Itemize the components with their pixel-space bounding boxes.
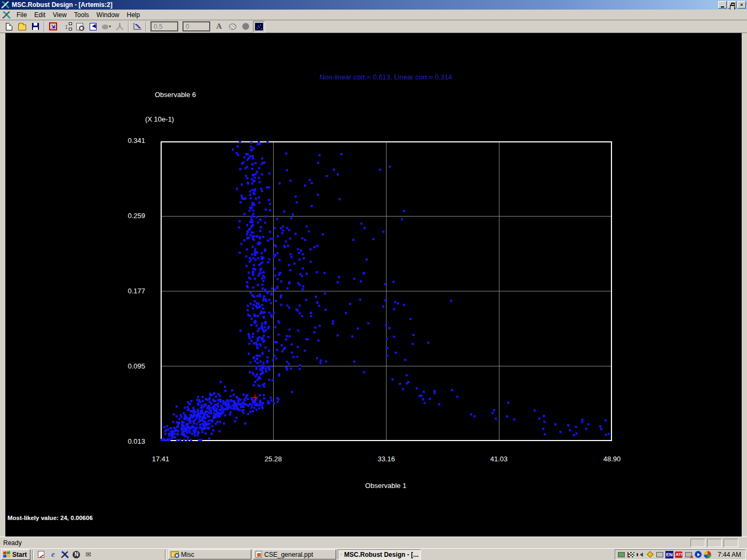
menu-edit[interactable]: Edit [30, 10, 49, 20]
flag-icon [627, 552, 634, 557]
x-axis-title: Observable 1 [5, 482, 747, 490]
save-button[interactable] [29, 21, 42, 33]
threshold-field-1[interactable] [150, 21, 178, 31]
tray-checkered-flag-icon[interactable] [627, 550, 635, 558]
close-icon: × [740, 3, 743, 7]
axes-tripod-icon: 人 [116, 22, 124, 31]
title-bar[interactable]: MSC.Robust Design - [Artemis:2] × [0, 0, 747, 10]
x-tick-label: 41.03 [480, 455, 518, 463]
probe-pick-icon [90, 23, 97, 30]
status-panel [707, 539, 722, 547]
tray-language-indicator[interactable]: EN [665, 550, 673, 558]
restore-icon [731, 3, 735, 6]
diamond-icon [647, 551, 654, 558]
save-icon [32, 23, 39, 30]
window-title: MSC.Robust Design - [Artemis:2] [12, 1, 113, 9]
pick-button[interactable] [87, 21, 99, 33]
y-tick-label: 0.341 [108, 137, 145, 145]
tray-graphics-utility-icon[interactable] [617, 550, 625, 558]
n-circle-icon: N [73, 551, 80, 558]
ie-e-icon: e [51, 550, 55, 559]
menu-view[interactable]: View [49, 10, 70, 20]
y-tick-label: 0.177 [108, 287, 145, 295]
task-button-ppt[interactable]: CSE_general.ppt [253, 549, 336, 559]
scatter-plot-canvas[interactable] [161, 141, 612, 441]
line-chart-icon [133, 23, 141, 30]
y-axis-scale: (X 10e-1) [145, 115, 174, 123]
threshold-field-2[interactable] [182, 21, 210, 31]
hatch-tool-button[interactable] [226, 21, 239, 33]
x-tick-label: 48.90 [593, 455, 631, 463]
app-window: MSC.Robust Design - [Artemis:2] × File E… [0, 0, 747, 560]
tray-volume-icon[interactable] [637, 550, 645, 558]
notepad-pen-icon [38, 551, 44, 558]
tray-security-icon[interactable] [646, 550, 654, 558]
menu-tools[interactable]: Tools [70, 10, 93, 20]
card-icon [618, 552, 625, 557]
msc-x-icon [61, 551, 69, 558]
clock[interactable]: 7:44 AM [713, 551, 741, 558]
tray-media-player-icon[interactable] [694, 550, 702, 558]
quicklaunch-netscape-icon[interactable]: N [71, 550, 81, 559]
taskbar-divider [165, 550, 166, 559]
chart-title: Non-linear corr.= 0.613, Linear corr.= 0… [5, 73, 747, 81]
tray-display-icon[interactable] [656, 550, 664, 558]
toolbar-separator [44, 21, 45, 32]
open-button[interactable] [16, 21, 28, 33]
app-icon[interactable] [1, 1, 10, 9]
tray-ati-icon[interactable]: ATI [675, 550, 683, 558]
taskbar-divider [32, 550, 34, 559]
windows-logo-icon [3, 551, 11, 558]
restore-button[interactable] [728, 1, 736, 9]
system-tray: EN ATI 7:44 AM [615, 549, 746, 560]
menu-help[interactable]: Help [123, 10, 144, 20]
task-button-msc-robust-design[interactable]: MSC.Robust Design - [... [338, 549, 421, 559]
preview-button[interactable] [74, 21, 86, 33]
toolbar-separator [146, 21, 147, 32]
task-button-misc[interactable]: Misc [168, 549, 251, 559]
menu-bar: File Edit View Tools Window Help × [0, 10, 747, 20]
start-button[interactable]: Start [1, 549, 30, 560]
scatter-mode-button[interactable] [253, 21, 265, 33]
chart-button[interactable] [131, 21, 144, 33]
draw-tool-icon [102, 25, 108, 29]
new-button[interactable] [3, 21, 15, 33]
draw-tool-dropdown[interactable]: ▾ [100, 21, 113, 33]
tray-network-disconnected-icon[interactable] [685, 550, 693, 558]
status-bar: Ready [0, 537, 747, 548]
open-folder-icon [18, 25, 26, 30]
quicklaunch-msc-app-icon[interactable] [60, 550, 69, 559]
circle-tool-button[interactable] [240, 21, 252, 33]
print-preview-icon [76, 23, 83, 30]
axes-tool-button[interactable]: 人 [114, 21, 126, 33]
arrange-button[interactable]: ↕ [60, 21, 73, 33]
hatched-ellipse-icon [229, 23, 236, 30]
quicklaunch-desktop-icon[interactable] [36, 550, 46, 559]
ati-logo-icon: ATI [675, 551, 682, 558]
tile-windows-icon: ↕ [65, 22, 68, 30]
speaker-icon [638, 553, 643, 557]
text-tool-button[interactable]: A [213, 21, 225, 33]
plot-client-area: Non-linear corr.= 0.613, Linear corr.= 0… [5, 33, 742, 537]
minimize-button[interactable] [718, 1, 727, 9]
menu-file[interactable]: File [13, 10, 30, 20]
powerpoint-file-icon [256, 551, 262, 558]
x-tick-label: 17.41 [142, 455, 179, 463]
zoom-extents-button[interactable]: ⇲ [47, 21, 59, 33]
y-tick-label: 0.095 [108, 362, 145, 370]
x-tick-label: 25.28 [255, 455, 292, 463]
language-en-icon: EN [665, 551, 673, 558]
menu-window[interactable]: Window [93, 10, 123, 20]
mdi-child-icon[interactable] [2, 11, 11, 19]
tray-msn-icon[interactable] [704, 550, 712, 558]
play-circle-icon [695, 551, 702, 558]
quicklaunch-mail-icon[interactable]: ✉ [83, 550, 93, 559]
taskbar: Start e N ✉ Misc CSE_general.ppt [0, 548, 747, 560]
pinwheel-icon [704, 551, 711, 558]
envelope-icon: ✉ [85, 550, 91, 558]
quicklaunch-internet-explorer-icon[interactable]: e [48, 550, 58, 559]
msc-x-icon [340, 551, 342, 558]
task-label: MSC.Robust Design - [... [344, 551, 418, 558]
task-label: CSE_general.ppt [264, 551, 313, 558]
close-button[interactable]: × [737, 1, 746, 9]
